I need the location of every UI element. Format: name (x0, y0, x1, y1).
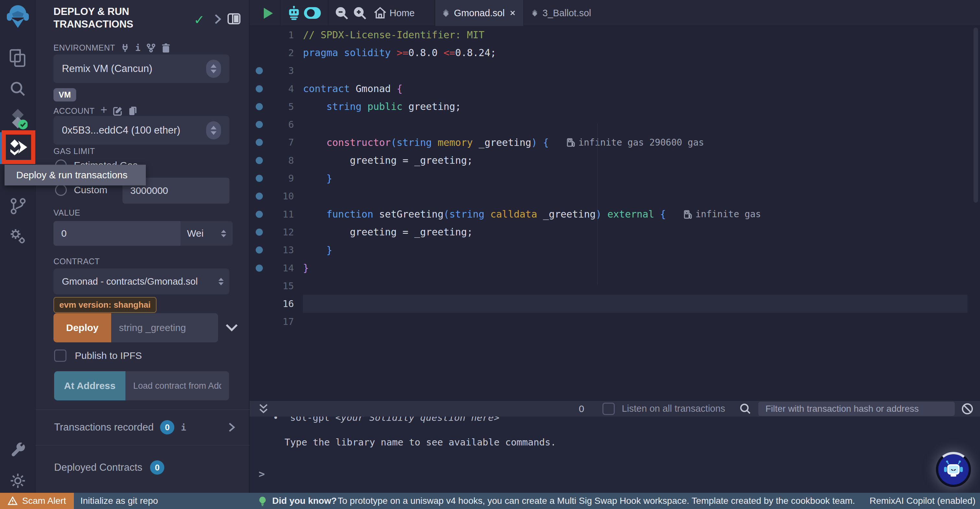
code-line[interactable]: 14} (250, 259, 967, 277)
transactions-expand-icon[interactable] (228, 422, 235, 432)
activity-bar (0, 0, 36, 509)
remix-logo-icon[interactable] (0, 5, 36, 29)
add-account-icon[interactable]: + (100, 103, 107, 117)
terminal[interactable]: • sol-gpt <your Solidity question here> … (250, 416, 980, 493)
code-editor[interactable]: 1// SPDX-License-Identifier: MIT2pragma … (250, 26, 980, 400)
clear-terminal-icon[interactable] (961, 403, 974, 415)
at-address-input[interactable] (126, 371, 229, 400)
code-line[interactable]: 7 constructor(string memory _greeting) {… (250, 134, 967, 152)
gutter-dot (256, 175, 263, 182)
debugger-wrench-icon[interactable] (0, 442, 36, 459)
at-address-button[interactable]: At Address (54, 371, 126, 400)
copilot-status[interactable]: RemixAI Copilot (enabled) (870, 493, 975, 509)
close-tab-icon[interactable] (510, 9, 515, 17)
code-line[interactable]: 1// SPDX-License-Identifier: MIT (250, 26, 967, 44)
deploy-run-icon[interactable] (9, 139, 28, 156)
copilot-toggle[interactable] (304, 7, 321, 19)
line-number: 4 (269, 83, 303, 94)
code-line[interactable]: 12 greeting = _greeting; (250, 223, 967, 241)
deployed-contracts-row[interactable]: Deployed Contracts 0 (54, 460, 164, 475)
transactions-recorded-row[interactable]: Transactions recorded 0 i (54, 420, 235, 434)
search-icon[interactable] (0, 80, 36, 97)
line-number: 14 (269, 263, 303, 274)
listen-checkbox[interactable] (603, 403, 615, 415)
terminal-search-icon[interactable] (740, 403, 751, 415)
deploy-button[interactable]: Deploy (54, 313, 111, 342)
value-input[interactable] (54, 221, 180, 246)
code-line[interactable]: 16 (250, 295, 967, 313)
value-unit-select[interactable]: Wei (180, 221, 233, 246)
copy-account-icon[interactable] (129, 106, 137, 116)
trash-icon[interactable] (161, 43, 170, 53)
code-text: function setGreeting(string calldata _gr… (303, 205, 967, 223)
code-line[interactable]: 4contract Gmonad { (250, 80, 967, 97)
file-explorer-icon[interactable] (0, 49, 36, 67)
constructor-arg-input[interactable] (111, 313, 218, 342)
plugin-manager-icon[interactable] (0, 227, 36, 246)
environment-value: Remix VM (Cancun) (62, 63, 152, 75)
listen-label: Listen on all transactions (622, 403, 725, 414)
gutter (250, 67, 269, 74)
code-line[interactable]: 13 } (250, 241, 967, 259)
publish-ipfs-row[interactable]: Publish to IPFS (54, 349, 142, 362)
value-label: VALUE (54, 208, 80, 217)
panel-chevron-right-icon[interactable] (213, 14, 222, 26)
gutter (250, 175, 269, 182)
fork-icon[interactable] (146, 43, 156, 53)
tab-label: 3_Ballot.sol (542, 8, 591, 19)
remix-ai-assistant-button[interactable] (936, 452, 971, 487)
line-number: 12 (269, 227, 303, 238)
select-arrows-icon (218, 278, 224, 285)
run-script-icon[interactable] (262, 7, 274, 21)
environment-info-icon[interactable]: i (135, 43, 140, 53)
edit-account-icon[interactable] (113, 106, 123, 116)
code-text (303, 295, 967, 313)
transactions-info-icon[interactable]: i (181, 423, 186, 432)
code-line[interactable]: 15 (250, 277, 967, 295)
terminal-prompt[interactable]: > (259, 468, 265, 480)
custom-gas-radio[interactable] (55, 184, 67, 196)
contract-value: Gmonad - contracts/Gmonad.sol (62, 276, 198, 287)
environment-select[interactable]: Remix VM (Cancun) (54, 54, 229, 83)
zoom-in-icon[interactable] (353, 6, 367, 21)
zoom-out-icon[interactable] (334, 6, 349, 21)
settings-gear-icon[interactable] (0, 472, 36, 490)
gutter (250, 228, 269, 236)
account-select[interactable]: 0x5B3...eddC4 (100 ether) (54, 116, 229, 145)
home-icon[interactable] (373, 6, 387, 21)
gutter-dot (256, 121, 263, 128)
init-git-button[interactable]: Initialize as git repo (80, 493, 158, 509)
pin-panel-icon[interactable] (227, 13, 241, 26)
code-line[interactable]: 9 } (250, 169, 967, 187)
code-line[interactable]: 6 (250, 115, 967, 133)
code-line[interactable]: 11 function setGreeting(string calldata … (250, 205, 967, 223)
solidity-compiler-icon[interactable] (0, 108, 36, 130)
environment-row: ENVIRONMENT i (54, 43, 170, 53)
collapse-terminal-icon[interactable] (259, 403, 268, 414)
code-line[interactable]: 17 (250, 313, 967, 331)
gutter-dot (256, 193, 263, 200)
git-icon[interactable] (0, 197, 36, 215)
ai-assistant-icon[interactable] (287, 6, 301, 22)
code-line[interactable]: 5 string public greeting; (250, 97, 967, 115)
editor-scrollbar[interactable] (974, 27, 978, 203)
code-line[interactable]: 2pragma solidity >=0.8.0 <=0.8.24; (250, 44, 967, 62)
expand-deploy-icon[interactable] (225, 324, 238, 332)
gas-estimate-annotation: infinite gas (684, 209, 761, 220)
home-tab[interactable]: Home (390, 8, 415, 19)
scam-alert-button[interactable]: Scam Alert (0, 493, 74, 509)
tab-gmonad[interactable]: Gmonad.sol (435, 0, 524, 26)
tab-ballot[interactable]: 3_Ballot.sol (524, 0, 599, 26)
line-number: 6 (269, 119, 303, 130)
gutter-dot (256, 228, 263, 236)
code-line[interactable]: 10 (250, 187, 967, 205)
contract-select[interactable]: Gmonad - contracts/Gmonad.sol (54, 268, 229, 294)
code-line[interactable]: 8 greeting = _greeting; (250, 152, 967, 169)
plug-icon[interactable] (121, 43, 129, 53)
transaction-filter-input[interactable] (758, 402, 955, 416)
code-line[interactable]: 3 (250, 62, 967, 80)
publish-ipfs-checkbox[interactable] (54, 349, 67, 362)
custom-gas-option[interactable]: Custom (55, 184, 107, 196)
gutter (250, 211, 269, 218)
deploy-run-panel: DEPLOY & RUN TRANSACTIONS ✓ ENVIRONMENT … (36, 0, 250, 493)
